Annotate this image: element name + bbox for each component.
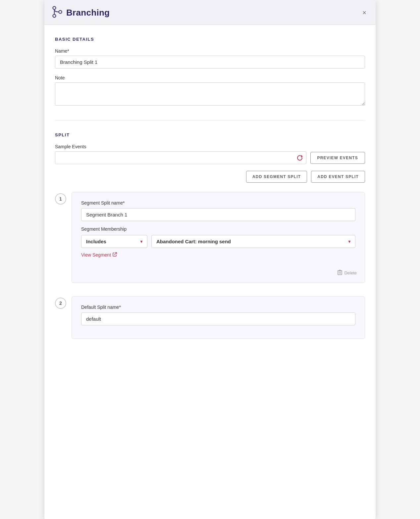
split-card-2-row: 2 Default Split name* [55,296,365,346]
name-group: Name* [55,48,365,69]
segment-membership-label: Segment Membership [81,226,355,232]
external-link-icon [113,252,117,258]
segment-membership-selects: Includes Excludes ▼ Abandoned Cart: morn… [81,235,355,248]
split-card-1: Segment Split name* Segment Membership I… [72,192,365,283]
default-split-name-input[interactable] [81,312,355,325]
segment-value-select-wrap: Abandoned Cart: morning send ▼ [151,235,355,248]
delete-button-1[interactable]: Delete [338,270,357,276]
note-input[interactable] [55,82,365,106]
section-divider [55,120,365,120]
close-button[interactable]: × [361,8,368,17]
includes-select-wrap: Includes Excludes ▼ [81,235,147,248]
note-group: Note [55,75,365,107]
split-actions-row: ADD SEGMENT SPLIT ADD EVENT SPLIT [55,171,365,183]
svg-rect-5 [338,271,342,275]
sample-events-row: PREVIEW EVENTS [55,151,365,164]
sample-events-label: Sample Events [55,144,365,149]
split-section: SPLIT Sample Events PREVIEW EVENT [55,132,365,346]
page-title: Branching [66,8,110,18]
segment-value-select[interactable]: Abandoned Cart: morning send [151,235,355,248]
split-card-2: Default Split name* [72,296,365,339]
modal-header: Branching × [44,0,376,25]
add-event-split-button[interactable]: ADD EVENT SPLIT [311,171,365,183]
name-input[interactable] [55,56,365,69]
basic-details-title: BASIC DETAILS [55,37,365,42]
trash-icon [338,270,342,276]
title-group: Branching [52,6,110,19]
segment-split-name-label: Segment Split name* [81,200,355,206]
view-segment-link[interactable]: View Segment [81,252,117,258]
modal-container: Branching × BASIC DETAILS Name* Note SPL… [44,0,376,519]
segment-split-name-input[interactable] [81,208,355,221]
svg-point-2 [59,11,62,14]
name-label: Name* [55,48,365,54]
sample-events-group: Sample Events PREVIEW EVENTS [55,144,365,164]
modal-body: BASIC DETAILS Name* Note SPLIT Sample Ev… [44,25,376,371]
default-split-name-label: Default Split name* [81,305,355,310]
sample-events-input[interactable] [55,151,306,164]
basic-details-section: BASIC DETAILS Name* Note [55,37,365,107]
split-number-2: 2 [55,298,66,309]
split-title: SPLIT [55,132,365,137]
includes-select[interactable]: Includes Excludes [81,235,147,248]
refresh-button[interactable] [296,155,303,161]
split-number-1: 1 [55,193,66,205]
split-card-1-row: 1 Segment Split name* Segment Membership… [55,192,365,290]
svg-point-1 [53,15,56,18]
svg-line-4 [115,253,117,255]
preview-events-button[interactable]: PREVIEW EVENTS [310,152,365,164]
sample-events-input-wrap [55,151,306,164]
branching-icon [52,6,62,19]
add-segment-split-button[interactable]: ADD SEGMENT SPLIT [246,171,307,183]
svg-point-0 [53,7,56,10]
note-label: Note [55,75,365,80]
